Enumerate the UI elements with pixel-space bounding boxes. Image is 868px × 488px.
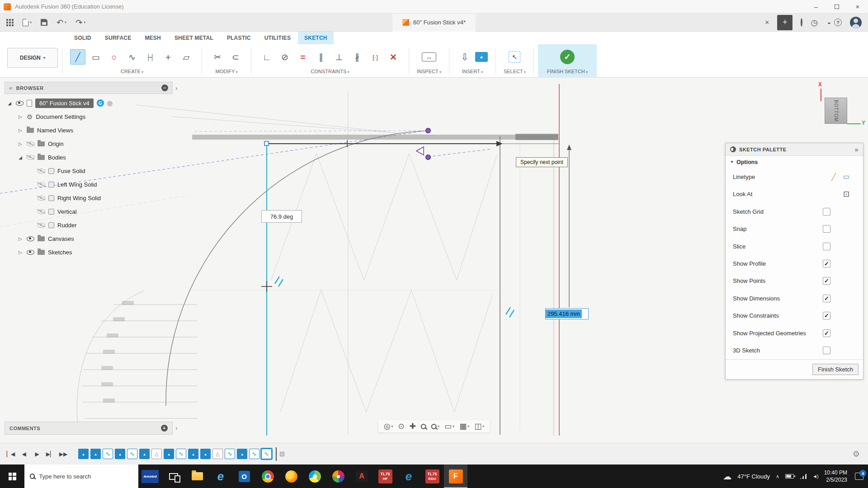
canvas-tool[interactable]: ▲: [475, 52, 488, 62]
redo-button[interactable]: ↷▾: [75, 19, 85, 27]
expanded-expander-icon[interactable]: ◢: [6, 101, 13, 106]
job-status-icon[interactable]: ◷: [811, 19, 818, 27]
collapse-panel-icon[interactable]: «: [9, 84, 13, 91]
ribbon-tab-solid[interactable]: SOLID: [68, 32, 98, 44]
dimension-input[interactable]: 295.416 mm: [545, 308, 589, 319]
browser-item-sketches[interactable]: ▷Sketches: [5, 245, 173, 259]
ribbon-group-label-insert[interactable]: INSERT: [462, 69, 483, 74]
step-forward-button[interactable]: ▶▏: [45, 451, 56, 457]
sketch-palette-header[interactable]: SKETCH PALETTE »: [726, 143, 863, 156]
firefox-icon[interactable]: [279, 465, 303, 488]
skip-to-start-button[interactable]: ▏◀: [5, 451, 16, 457]
browser-item-document-settings[interactable]: ▷⚙Document Settings: [5, 110, 173, 123]
browser-item-canvases[interactable]: ▷Canvases: [5, 232, 173, 245]
minimize-button[interactable]: –: [806, 0, 826, 13]
parallel-constraint[interactable]: ∥: [313, 49, 329, 65]
document-tab[interactable]: 60" Fusion Stick v4*: [392, 14, 476, 32]
browser-item-label[interactable]: Vertical: [57, 208, 77, 215]
timeline-marker[interactable]: [276, 447, 277, 461]
browser-item-label[interactable]: Fuse Solid: [57, 168, 85, 174]
ribbon-group-label-inspect[interactable]: INSPECT: [417, 69, 441, 74]
timeline-item-sketch[interactable]: ∿: [261, 449, 272, 459]
zoom-icon[interactable]: [421, 424, 426, 429]
midpoint-constraint[interactable]: [·]: [368, 49, 383, 65]
point-tool[interactable]: +: [160, 49, 176, 65]
browser-item-origin[interactable]: ▷Origin: [5, 137, 173, 150]
browser-item-rudder[interactable]: Rudder: [5, 218, 173, 232]
perpendicular-constraint[interactable]: ⊥: [331, 49, 347, 65]
close-button[interactable]: ×: [847, 0, 868, 13]
insert-tool[interactable]: ⇩: [457, 49, 472, 65]
timeline-item-canvas[interactable]: ▴: [188, 449, 198, 459]
browser-item-label[interactable]: Document Settings: [36, 113, 85, 120]
center-line-icon[interactable]: ▭: [843, 173, 849, 181]
timeline-end-grip[interactable]: [280, 452, 284, 456]
circle-tool[interactable]: ○: [106, 49, 122, 65]
collapsed-expander-icon[interactable]: ▷: [17, 250, 24, 255]
finish-sketch-palette-button[interactable]: Finish Sketch: [812, 364, 859, 375]
browser-item-label[interactable]: Left Wing Solid: [57, 181, 97, 188]
slice-checkbox[interactable]: [823, 243, 830, 250]
show-dimensions-checkbox[interactable]: ✓: [823, 295, 830, 302]
collapsed-expander-icon[interactable]: ▷: [17, 236, 24, 241]
save-button[interactable]: [41, 19, 47, 26]
internet-explorer-icon[interactable]: e: [209, 465, 232, 488]
comments-panel[interactable]: COMMENTS +: [5, 422, 173, 435]
select-tool[interactable]: ↖: [509, 51, 520, 63]
fusion-360-icon[interactable]: F: [444, 465, 467, 488]
visibility-off-icon[interactable]: [38, 169, 45, 174]
timeline-item-canvas[interactable]: ▴: [164, 449, 174, 459]
weather-text[interactable]: 47°F Cloudy: [737, 473, 770, 480]
tl75-edu-icon[interactable]: TL75EDU: [420, 465, 444, 488]
close-document-tab-button[interactable]: ×: [765, 19, 769, 27]
browser-item-label[interactable]: Canvases: [48, 235, 74, 242]
help-icon[interactable]: ?: [834, 19, 842, 26]
search-input[interactable]: [39, 473, 133, 480]
face-tool[interactable]: ▱: [179, 49, 194, 65]
chrome-icon[interactable]: [256, 465, 279, 488]
offset-tool[interactable]: ⊂: [228, 49, 243, 65]
ribbon-group-label-create[interactable]: CREATE: [121, 69, 143, 74]
fix-constraint[interactable]: ✕: [386, 49, 401, 65]
visibility-on-icon[interactable]: [16, 101, 24, 106]
play-button[interactable]: ▶: [32, 451, 42, 457]
action-center-icon[interactable]: 4: [855, 473, 863, 480]
browser-item-left-wing-solid[interactable]: Left Wing Solid: [5, 178, 173, 191]
timeline-item-canvas[interactable]: ▴: [139, 449, 150, 459]
display-settings-icon[interactable]: ▭▾: [444, 422, 454, 430]
show-constraints-checkbox[interactable]: ✓: [823, 312, 830, 319]
ribbon-tab-sketch[interactable]: SKETCH: [298, 32, 334, 44]
finish-sketch-button[interactable]: ✓: [560, 50, 575, 64]
snap-checkbox[interactable]: [823, 225, 830, 233]
fit-icon[interactable]: ▾: [431, 424, 439, 429]
step-back-button[interactable]: ◀: [19, 451, 29, 457]
amsted-app-icon[interactable]: Amsted: [138, 465, 162, 488]
sketch-grid-checkbox[interactable]: [823, 208, 830, 216]
visibility-off-icon[interactable]: [38, 196, 45, 201]
visibility-off-icon[interactable]: [27, 141, 34, 146]
timeline-item-canvas[interactable]: ▴: [90, 449, 101, 459]
file-explorer-icon[interactable]: [185, 465, 209, 488]
ribbon-tab-utilities[interactable]: UTILITIES: [258, 32, 297, 44]
acrobat-icon[interactable]: A: [350, 465, 373, 488]
ribbon-group-label-modify[interactable]: MODIFY: [215, 69, 237, 74]
horizontal-vertical-constraint[interactable]: ∟: [259, 49, 274, 65]
app-grid-button[interactable]: [6, 19, 14, 26]
start-button[interactable]: [0, 465, 24, 488]
workspace-selector[interactable]: DESIGN: [7, 48, 58, 68]
visibility-off-icon[interactable]: [27, 155, 34, 160]
activate-icon[interactable]: ◎: [107, 100, 113, 106]
collapse-palette-icon[interactable]: »: [855, 146, 859, 153]
visibility-off-icon[interactable]: [38, 209, 45, 214]
pinwheel-app-icon[interactable]: [326, 465, 350, 488]
extensions-icon[interactable]: [801, 19, 802, 26]
timeline-item-mirror[interactable]: △: [151, 449, 162, 459]
file-menu-button[interactable]: ▾: [23, 19, 32, 26]
profile-avatar[interactable]: [850, 17, 862, 28]
browser-item-label[interactable]: Right Wing Solid: [57, 195, 101, 202]
timeline-item-mirror[interactable]: △: [212, 449, 223, 459]
new-document-tab-button[interactable]: +: [777, 15, 793, 30]
view-cube[interactable]: X BOTTOM Y: [814, 84, 868, 134]
ribbon-tab-sheet-metal[interactable]: SHEET METAL: [168, 32, 220, 44]
equal-constraint[interactable]: =: [295, 49, 311, 65]
